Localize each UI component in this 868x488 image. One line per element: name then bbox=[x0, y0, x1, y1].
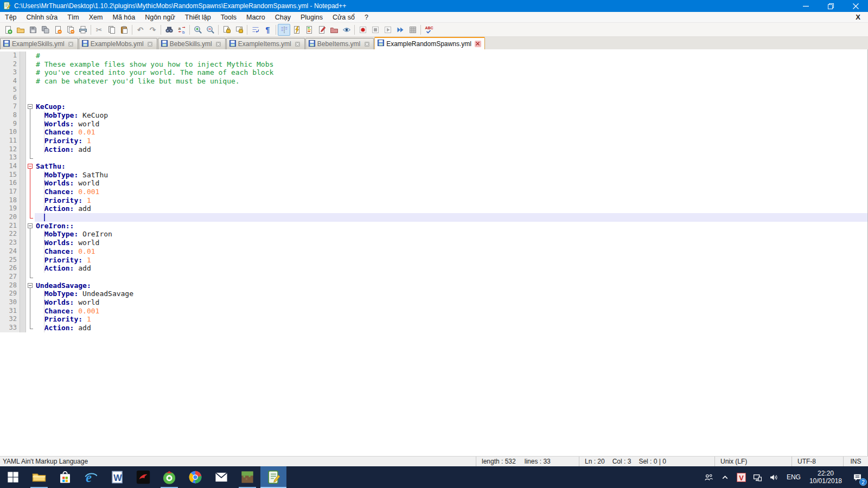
bookmark-margin[interactable] bbox=[20, 60, 26, 69]
bookmark-margin[interactable] bbox=[20, 86, 26, 94]
status-eol-format[interactable]: Unix (LF) bbox=[714, 457, 792, 466]
bookmark-margin[interactable] bbox=[20, 315, 26, 324]
code-text[interactable]: Priority: 1 bbox=[35, 196, 867, 205]
menu-item-tệp[interactable]: Tệp bbox=[0, 12, 22, 22]
code-text[interactable]: Action: add bbox=[35, 264, 867, 273]
code-text[interactable]: Action: add bbox=[35, 204, 867, 213]
taskbar-store-icon[interactable] bbox=[52, 466, 78, 488]
code-text[interactable]: # can be whatever you'd like but must be… bbox=[35, 77, 867, 86]
tab-bebeskills-yml[interactable]: BebeSkills.yml bbox=[158, 38, 226, 49]
fold-collapse-icon[interactable] bbox=[26, 281, 35, 290]
bookmark-margin[interactable] bbox=[20, 179, 26, 188]
fold-collapse-icon[interactable] bbox=[26, 102, 35, 111]
tab-close-icon[interactable] bbox=[475, 41, 481, 47]
code-text[interactable] bbox=[35, 273, 867, 281]
bookmark-margin[interactable] bbox=[20, 222, 26, 230]
macro-play-icon[interactable] bbox=[381, 24, 394, 36]
tab-exampleskills-yml[interactable]: ExampleSkills.yml bbox=[0, 38, 78, 49]
fold-collapse-icon[interactable] bbox=[26, 222, 35, 230]
bookmark-margin[interactable] bbox=[20, 52, 26, 60]
doc-switcher-icon[interactable] bbox=[315, 24, 328, 36]
tab-bebeitems-yml[interactable]: BebeItems.yml bbox=[305, 38, 374, 49]
bookmark-margin[interactable] bbox=[20, 290, 26, 298]
cut-icon[interactable]: ✂ bbox=[93, 24, 105, 36]
redo-icon[interactable]: ↷ bbox=[146, 24, 159, 36]
save-icon[interactable] bbox=[27, 24, 39, 36]
sync-v-icon[interactable] bbox=[220, 24, 233, 36]
code-text[interactable]: # bbox=[35, 52, 867, 60]
status-encoding[interactable]: UTF-8 bbox=[792, 457, 843, 466]
taskbar-coccoc-icon[interactable] bbox=[156, 466, 182, 488]
status-insert-mode[interactable]: INS bbox=[843, 457, 868, 466]
open-file-icon[interactable] bbox=[14, 24, 27, 36]
editor-surface[interactable]: 1#2# These example files show you how to… bbox=[0, 49, 868, 456]
code-text[interactable]: Chance: 0.001 bbox=[35, 188, 867, 196]
menu-item-chạy[interactable]: Chạy bbox=[270, 12, 296, 22]
menu-item-mã-hóa[interactable]: Mã hóa bbox=[107, 12, 140, 22]
code-text[interactable]: OreIron:: bbox=[35, 222, 867, 230]
tab-close-icon[interactable] bbox=[295, 41, 301, 47]
folder-workspace-icon[interactable] bbox=[328, 24, 340, 36]
bookmark-margin[interactable] bbox=[20, 77, 26, 86]
code-text[interactable]: Priority: 1 bbox=[35, 137, 867, 145]
menu-item-?[interactable]: ? bbox=[360, 12, 373, 22]
tab-examplemobs-yml[interactable]: ExampleMobs.yml bbox=[79, 38, 157, 49]
tab-close-icon[interactable] bbox=[68, 41, 74, 47]
tab-close-icon[interactable] bbox=[147, 41, 154, 47]
code-text[interactable]: Priority: 1 bbox=[35, 256, 867, 265]
tray-unikey-icon[interactable]: V bbox=[733, 466, 750, 488]
indent-guide-icon[interactable] bbox=[278, 24, 290, 36]
bookmark-margin[interactable] bbox=[20, 128, 26, 137]
code-text[interactable]: Chance: 0.001 bbox=[35, 307, 867, 316]
bookmark-margin[interactable] bbox=[20, 153, 26, 162]
close-button[interactable] bbox=[843, 0, 868, 12]
code-text[interactable]: MobType: KeCuop bbox=[35, 111, 867, 120]
function-list-icon[interactable] bbox=[290, 24, 303, 36]
code-text[interactable]: # you've created into your world. The na… bbox=[35, 68, 867, 77]
restore-button[interactable] bbox=[818, 0, 843, 12]
minimize-button[interactable] bbox=[793, 0, 818, 12]
monitoring-icon[interactable] bbox=[340, 24, 353, 36]
fold-collapse-icon[interactable] bbox=[26, 162, 35, 171]
bookmark-margin[interactable] bbox=[20, 204, 26, 213]
code-text[interactable] bbox=[35, 213, 867, 222]
menu-item-plugins[interactable]: Plugins bbox=[296, 12, 328, 22]
menu-item-chỉnh-sửa[interactable]: Chỉnh sửa bbox=[22, 12, 63, 22]
tab-close-icon[interactable] bbox=[215, 41, 222, 47]
paste-icon[interactable] bbox=[118, 24, 130, 36]
taskbar-ie-icon[interactable]: e bbox=[78, 466, 104, 488]
zoom-out-icon[interactable] bbox=[204, 24, 216, 36]
bookmark-margin[interactable] bbox=[20, 102, 26, 111]
doc-map-icon[interactable] bbox=[303, 24, 315, 36]
print-icon[interactable] bbox=[76, 24, 89, 36]
save-all-icon[interactable] bbox=[39, 24, 52, 36]
bookmark-margin[interactable] bbox=[20, 213, 26, 222]
tray-clock[interactable]: 22:2010/01/2018 bbox=[805, 470, 846, 485]
code-text[interactable]: KeCuop: bbox=[35, 102, 867, 111]
tray-chevron-up-icon[interactable] bbox=[717, 466, 733, 488]
undo-icon[interactable]: ↶ bbox=[134, 24, 146, 36]
bookmark-margin[interactable] bbox=[20, 111, 26, 120]
menu-item-tìm[interactable]: Tìm bbox=[62, 12, 84, 22]
bookmark-margin[interactable] bbox=[20, 230, 26, 239]
find-icon[interactable] bbox=[163, 24, 175, 36]
bookmark-margin[interactable] bbox=[20, 298, 26, 307]
tab-close-icon[interactable] bbox=[363, 41, 370, 47]
new-file-icon[interactable] bbox=[2, 24, 14, 36]
close-icon[interactable] bbox=[52, 24, 64, 36]
menu-item-xem[interactable]: Xem bbox=[84, 12, 108, 22]
tab-examplerandomspawns-yml[interactable]: ExampleRandomSpawns.yml bbox=[374, 37, 485, 49]
taskbar-file-explorer-icon[interactable] bbox=[26, 466, 52, 488]
replace-icon[interactable]: ab bbox=[175, 24, 188, 36]
code-text[interactable]: MobType: SatThu bbox=[35, 171, 867, 179]
bookmark-margin[interactable] bbox=[20, 120, 26, 129]
taskbar-notepadpp-icon[interactable] bbox=[260, 466, 286, 488]
menu-item-tools[interactable]: Tools bbox=[216, 12, 241, 22]
code-text[interactable]: Worlds: world bbox=[35, 298, 867, 307]
code-text[interactable]: MobType: UndeadSavage bbox=[35, 290, 867, 298]
code-text[interactable]: Worlds: world bbox=[35, 239, 867, 247]
code-text[interactable] bbox=[35, 94, 867, 102]
tray-notification-icon[interactable]: 2 bbox=[846, 466, 868, 488]
close-all-icon[interactable] bbox=[64, 24, 76, 36]
code-text[interactable]: Priority: 1 bbox=[35, 315, 867, 324]
